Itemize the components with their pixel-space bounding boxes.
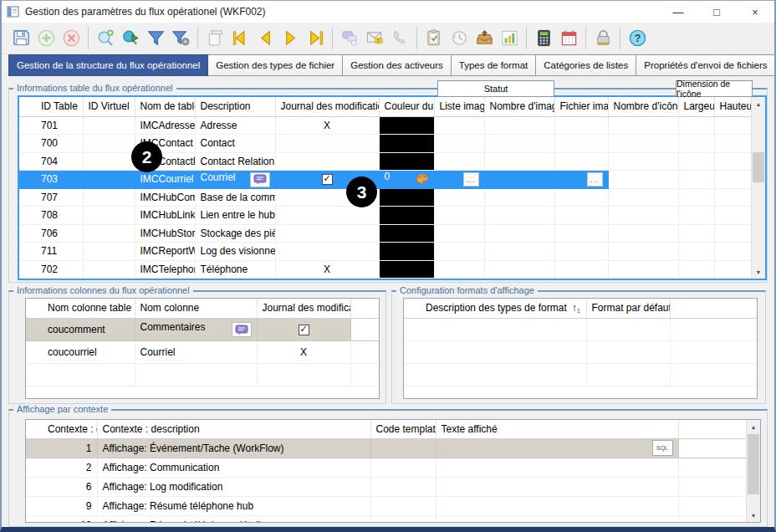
col-header-code-template[interactable]: Code template bbox=[370, 420, 436, 438]
statistics-button[interactable] bbox=[498, 27, 521, 50]
table-row[interactable]: 707IMCHubCommunicationBase de la commu..… bbox=[19, 188, 751, 207]
nav-first-button[interactable] bbox=[228, 27, 252, 50]
col-header-largeur[interactable]: Largeur bbox=[678, 97, 714, 116]
vertical-scrollbar[interactable]: ▲ ▼ bbox=[751, 97, 765, 279]
col-header-nom-colonne[interactable]: Nom colonne bbox=[135, 299, 257, 318]
col-header-couleur[interactable]: Couleur du t... bbox=[379, 97, 434, 116]
col-header-nombre-images[interactable]: Nombre d'images bbox=[484, 97, 554, 116]
browse-liste-image-button[interactable]: ... bbox=[463, 172, 479, 187]
calendar-icon bbox=[559, 28, 579, 48]
table-row[interactable]: 2Affichage: Communication bbox=[26, 458, 746, 477]
vertical-scrollbar[interactable]: ▲ ▼ bbox=[746, 420, 760, 522]
script-button[interactable] bbox=[203, 27, 227, 50]
table-row[interactable]: 700IMCContactContact bbox=[19, 135, 751, 153]
col-header-journal[interactable]: Journal des modifications bbox=[257, 299, 350, 318]
table-row-selected[interactable]: coucomment Commentaires ✓ bbox=[26, 318, 379, 340]
tab-types-format[interactable]: Types de format bbox=[452, 54, 536, 76]
mail-button[interactable] bbox=[363, 27, 386, 50]
minimize-button[interactable]: — bbox=[659, 1, 697, 23]
col-header-id-virtuel[interactable]: ID Virtuel bbox=[83, 97, 135, 116]
tab-types-fichier[interactable]: Gestion des types de fichier bbox=[208, 54, 343, 76]
table-row[interactable]: 708IMCHubLinkCommunicationLien entre le … bbox=[19, 207, 751, 225]
scroll-down-arrow[interactable]: ▼ bbox=[747, 509, 760, 522]
table-row[interactable]: 702IMCTelephoneTéléphoneX bbox=[19, 260, 751, 279]
table-row[interactable]: 10Affichage: Résumé téléphone détail bbox=[26, 515, 746, 523]
color-cell bbox=[379, 152, 434, 171]
add-button[interactable] bbox=[34, 27, 58, 50]
table-row-empty bbox=[26, 363, 379, 386]
scroll-down-arrow[interactable]: ▼ bbox=[752, 265, 765, 279]
maximize-button[interactable]: □ bbox=[697, 1, 736, 23]
filter-settings-button[interactable] bbox=[169, 27, 192, 50]
lock-button[interactable] bbox=[591, 27, 615, 50]
checkbox-checked[interactable]: ✓ bbox=[299, 325, 309, 335]
color-cell bbox=[379, 116, 434, 135]
col-header-nombre-icones[interactable]: Nombre d'icônes bbox=[608, 97, 678, 116]
comment-button[interactable] bbox=[232, 322, 252, 337]
zoom-add-icon bbox=[96, 28, 115, 48]
comment-button[interactable] bbox=[250, 172, 270, 187]
zoom-go-icon bbox=[121, 28, 140, 48]
checkbox-checked[interactable]: ✓ bbox=[322, 174, 333, 185]
col-header-journal[interactable]: Journal des modifications bbox=[275, 97, 379, 116]
tab-categories-listes[interactable]: Catégories de listes bbox=[536, 54, 636, 76]
table-row-selected[interactable]: 1 Affichage: Événement/Tache (WorkFlow) … bbox=[26, 438, 746, 458]
filter-button[interactable] bbox=[144, 27, 167, 50]
tasks-check-button[interactable] bbox=[422, 27, 446, 50]
tab-activeurs[interactable]: Gestion des activeurs bbox=[343, 54, 452, 76]
delete-button[interactable] bbox=[59, 27, 83, 50]
scroll-up-arrow[interactable]: ▲ bbox=[747, 420, 760, 433]
calendar-button[interactable] bbox=[557, 27, 580, 50]
tab-structure-flux[interactable]: Gestion de la structure du flux opératio… bbox=[8, 54, 208, 76]
col-header-contexte-description[interactable]: Contexte : description bbox=[97, 420, 370, 438]
col-header-nom-de-table[interactable]: Nom de table↑1 bbox=[135, 97, 195, 116]
mail-icon bbox=[365, 28, 385, 48]
formats-table: Description des types de format↑1 Format… bbox=[403, 298, 758, 399]
add-icon bbox=[37, 28, 56, 48]
messages-button[interactable] bbox=[338, 27, 361, 50]
phone-button[interactable] bbox=[388, 27, 411, 50]
save-button[interactable] bbox=[9, 27, 33, 50]
zoom-go-button[interactable] bbox=[119, 27, 142, 50]
table-row[interactable]: 9Affichage: Résumé téléphone hub bbox=[26, 496, 746, 515]
col-header-hauteur[interactable]: Hauteur bbox=[714, 97, 751, 116]
calculator-button[interactable] bbox=[532, 27, 555, 50]
col-header-description[interactable]: Description bbox=[195, 97, 275, 116]
col-header-nom-colonne-table[interactable]: Nom colonne table↑1 bbox=[26, 299, 135, 318]
scrollbar-thumb[interactable] bbox=[753, 152, 764, 182]
sql-editor-button[interactable]: SQL bbox=[652, 440, 673, 456]
close-button[interactable]: × bbox=[736, 1, 774, 23]
scroll-up-arrow[interactable]: ▲ bbox=[752, 97, 765, 110]
titlebar: Gestion des paramètres du flux opération… bbox=[2, 1, 774, 23]
save-icon bbox=[12, 28, 31, 48]
col-header-fichier-image[interactable]: Fichier image bbox=[554, 97, 608, 116]
nav-previous-button[interactable] bbox=[253, 27, 277, 50]
tab-proprietes-envoi[interactable]: Propriétés d'envoi de fichiers bbox=[636, 54, 775, 76]
col-header-texte-affiche[interactable]: Texte affiché bbox=[436, 420, 678, 438]
color-value-cell: 0 bbox=[379, 171, 434, 189]
col-header-description-types-format[interactable]: Description des types de format↑1 bbox=[404, 299, 586, 318]
scrollbar-thumb[interactable] bbox=[748, 434, 759, 494]
col-header-format-par-defaut[interactable]: Format par défaut bbox=[586, 299, 670, 318]
table-row[interactable]: coucourriel Courriel X bbox=[26, 340, 379, 363]
table-row[interactable]: 711IMCReportWebLogLog des visionne... bbox=[19, 243, 751, 261]
zoom-add-button[interactable] bbox=[94, 27, 117, 50]
help-button[interactable]: ? bbox=[625, 27, 649, 50]
statistics-icon bbox=[500, 28, 519, 48]
table-row[interactable]: 701IMCAdresseAdresseX bbox=[19, 116, 751, 135]
table-row[interactable]: 706IMCHubStorageStockage des piè... bbox=[19, 224, 751, 243]
svg-text:?: ? bbox=[634, 33, 641, 44]
col-header-liste-image[interactable]: Liste image bbox=[434, 97, 484, 116]
browse-fichier-image-button[interactable]: ... bbox=[587, 172, 603, 187]
phone-icon bbox=[391, 28, 410, 48]
table-row-selected[interactable]: 703 IMCCourriel Courriel ✓ 0 ... ... bbox=[19, 171, 751, 189]
col-header-contexte-code[interactable]: Contexte : code↑1 bbox=[26, 420, 97, 438]
table-row[interactable]: 704IMCContactRelationContact Relation bbox=[19, 152, 751, 171]
palette-icon[interactable] bbox=[416, 173, 429, 187]
table-row[interactable]: 6Affichage: Log modification bbox=[26, 477, 746, 496]
col-header-id-table[interactable]: ID Table bbox=[19, 97, 83, 116]
export-tray-button[interactable] bbox=[472, 27, 496, 50]
nav-last-button[interactable] bbox=[304, 27, 327, 50]
nav-next-button[interactable] bbox=[278, 27, 302, 50]
history-button[interactable] bbox=[447, 27, 471, 50]
